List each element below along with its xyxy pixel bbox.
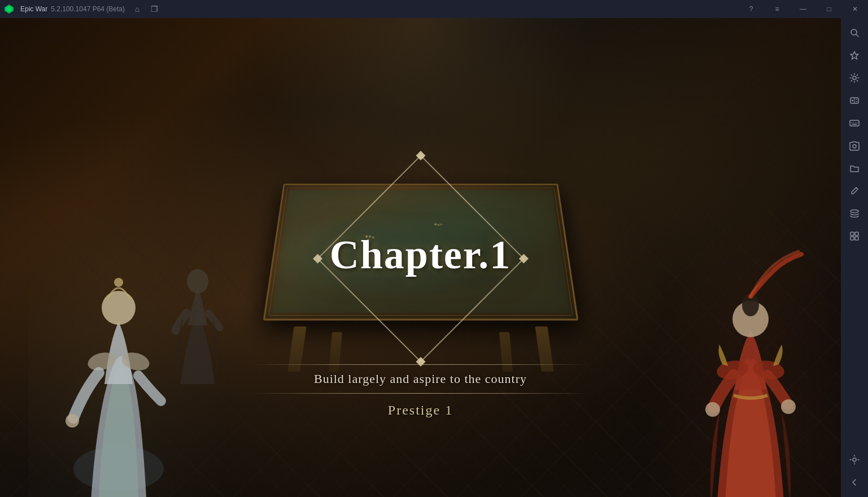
svg-point-17 [850, 210, 858, 213]
svg-rect-10 [850, 120, 859, 126]
svg-rect-19 [855, 232, 858, 236]
app-logo [0, 0, 18, 18]
titlebar: Epic War 5.2.100.1047 P64 (Beta) ⌂ ❐ ? ≡… [0, 0, 868, 18]
favorite-button[interactable] [844, 45, 865, 66]
app-title: Epic War [20, 5, 47, 13]
svg-point-37 [781, 399, 796, 414]
chapter-title-container: Chapter.1 [330, 232, 511, 278]
svg-rect-21 [855, 237, 858, 240]
svg-point-27 [114, 278, 123, 287]
multi-instance-button[interactable]: ❐ [146, 1, 162, 17]
svg-point-29 [187, 269, 208, 293]
subtitle-line-bottom [251, 393, 590, 394]
svg-point-26 [102, 291, 136, 325]
help-button[interactable]: ? [738, 0, 764, 18]
keyboard-button[interactable] [844, 113, 865, 133]
menu-button[interactable]: ≡ [764, 0, 790, 18]
minimize-button[interactable]: — [790, 0, 816, 18]
svg-line-3 [856, 34, 858, 37]
controls-button[interactable] [844, 90, 865, 111]
settings-bottom-button[interactable] [844, 450, 865, 470]
subtitle-area: Build largely and aspire to the country … [251, 364, 590, 418]
prestige-label: Prestige 1 [251, 403, 590, 418]
svg-rect-18 [850, 232, 854, 236]
svg-point-16 [853, 145, 856, 148]
titlebar-icons: ⌂ ❐ [129, 1, 162, 17]
svg-rect-20 [850, 237, 854, 240]
svg-point-36 [705, 402, 720, 417]
character-back-left [164, 237, 232, 384]
svg-point-4 [853, 76, 856, 80]
character-left [56, 226, 181, 497]
character-right [688, 215, 813, 497]
maximize-button[interactable]: □ [816, 0, 842, 18]
svg-point-28 [66, 414, 79, 428]
folder-button[interactable] [844, 158, 865, 178]
screenshot-button[interactable] [844, 136, 865, 156]
edit-button[interactable] [844, 181, 865, 201]
svg-point-8 [856, 99, 857, 100]
chapter-heading: Chapter.1 [330, 232, 511, 278]
app-version: 5.2.100.1047 P64 (Beta) [51, 5, 125, 13]
search-button[interactable] [844, 23, 865, 43]
subtitle-text: Build largely and aspire to the country [251, 372, 590, 386]
game-area[interactable]: Chapter.1 Build largely and aspire to th… [0, 18, 841, 497]
subtitle-line-top [251, 364, 590, 365]
layers-button[interactable] [844, 203, 865, 224]
home-button[interactable]: ⌂ [129, 1, 145, 17]
svg-point-7 [852, 100, 853, 102]
back-navigation-button[interactable] [844, 472, 865, 492]
right-sidebar [841, 18, 868, 497]
advanced-button[interactable] [844, 226, 865, 246]
close-button[interactable]: ✕ [842, 0, 868, 18]
svg-point-22 [853, 458, 856, 461]
settings-top-button[interactable] [844, 68, 865, 88]
window-controls: ? ≡ — □ ✕ [738, 0, 868, 18]
svg-point-9 [856, 101, 857, 102]
